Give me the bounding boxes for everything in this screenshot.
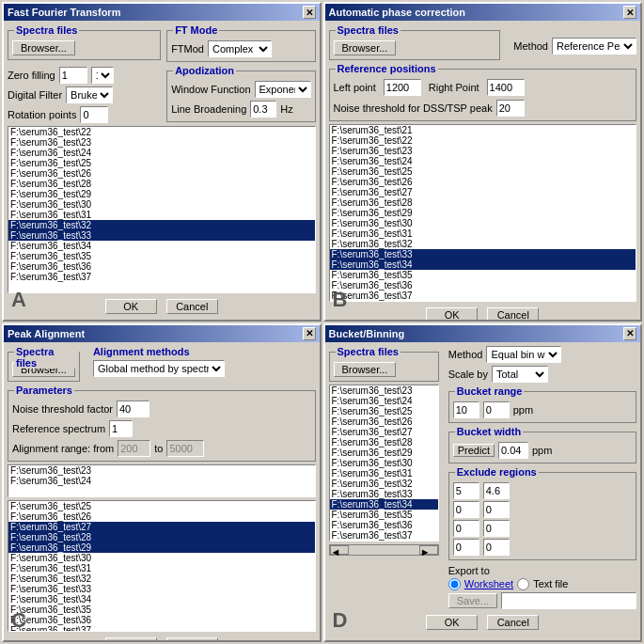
list-item[interactable]: F:\serum36_test\24 — [330, 396, 438, 406]
list-item[interactable]: F:\serum36_test\36 — [330, 520, 438, 530]
ftmod-select[interactable]: Complex FT — [208, 40, 272, 57]
zero-filling-select[interactable]: 1 — [91, 67, 114, 84]
list-item[interactable]: F:\serum36_test\22 — [330, 135, 636, 146]
ok-button-b[interactable]: OK — [426, 307, 478, 322]
list-item[interactable]: F:\serum36_test\37 — [330, 530, 438, 541]
list-item[interactable]: F:\serum36_test\25 — [330, 166, 636, 177]
browser-button-d[interactable]: Browser... — [334, 362, 397, 377]
list-item[interactable]: F:\serum36_test\30 — [8, 199, 315, 210]
noise-input-b[interactable] — [496, 100, 525, 117]
list-item[interactable]: F:\serum36_test\23 — [8, 137, 315, 148]
save-path-input[interactable] — [501, 592, 636, 609]
scrollbar-left[interactable]: ◄ — [330, 545, 349, 555]
list-item[interactable]: F:\serum36_test\23 — [330, 385, 438, 396]
list-item[interactable]: F:\serum36_test\30 — [330, 218, 636, 228]
list-item[interactable]: F:\serum36_test\35 — [330, 510, 438, 520]
alignment-to-input[interactable] — [166, 440, 204, 457]
list-item[interactable]: F:\serum36_test\28 — [8, 532, 315, 542]
list-item[interactable]: F:\serum36_test\29 — [330, 448, 438, 458]
list-item[interactable]: F:\serum36_test\32 — [330, 239, 636, 249]
list-item[interactable]: F:\serum36_test\21 — [330, 125, 636, 135]
list-item[interactable]: F:\serum36_test\25 — [8, 158, 315, 168]
worksheet-radio[interactable] — [448, 578, 461, 590]
line-broadening-input[interactable] — [250, 101, 276, 118]
list-item[interactable]: F:\serum36_test\32 — [330, 479, 438, 489]
list-item[interactable]: F:\serum36_test\23 — [8, 465, 315, 476]
list-item[interactable]: F:\serum36_test\37 — [8, 625, 315, 632]
list-item[interactable]: F:\serum36_test\28 — [8, 179, 315, 189]
zero-filling-input[interactable] — [59, 67, 87, 84]
list-item[interactable]: F:\serum36_test\27 — [330, 187, 636, 197]
list-item[interactable]: F:\serum36_test\33 — [330, 489, 438, 499]
list-item[interactable]: F:\serum36_test\26 — [330, 416, 438, 427]
list-item[interactable]: F:\serum36_test\31 — [8, 210, 315, 220]
ok-button-c[interactable]: OK — [105, 637, 157, 643]
list-item[interactable]: F:\serum36_test\24 — [8, 476, 315, 486]
exclude-r3-input1[interactable] — [453, 520, 479, 537]
exclude-r1-input1[interactable] — [453, 482, 479, 499]
file-list-b[interactable]: F:\serum36_test\21 F:\serum36_test\22 F:… — [329, 124, 637, 302]
list-item[interactable]: F:\serum36_test\22 — [8, 127, 315, 137]
method-select-d[interactable]: Equal bin wi — [486, 346, 561, 363]
left-point-input[interactable] — [384, 79, 421, 96]
scale-by-select[interactable]: Total — [492, 366, 548, 383]
close-button-fft[interactable]: ✕ — [303, 6, 316, 19]
list-item[interactable]: F:\serum36_test\23 — [330, 146, 636, 156]
list-item[interactable]: F:\serum36_test\33 — [330, 249, 636, 259]
cancel-button-c[interactable]: Cancel — [166, 637, 218, 643]
list-item[interactable]: F:\serum36_test\34 — [8, 594, 315, 605]
scrollbar-right[interactable]: ► — [419, 545, 438, 555]
predict-button[interactable]: Predict — [453, 444, 495, 457]
predict-input[interactable] — [498, 442, 528, 459]
list-item[interactable]: F:\serum36_test\25 — [8, 501, 315, 511]
list-item[interactable]: F:\serum36_test\31 — [8, 563, 315, 573]
close-button-bucket[interactable]: ✕ — [623, 327, 636, 340]
list-item[interactable]: F:\serum36_test\35 — [8, 605, 315, 615]
list-item[interactable]: F:\serum36_test\32 — [8, 220, 315, 230]
file-list-a[interactable]: F:\serum36_test\22 F:\serum36_test\23 F:… — [8, 126, 316, 293]
list-item[interactable]: F:\serum36_test\24 — [8, 148, 315, 158]
ok-button-a[interactable]: OK — [105, 299, 157, 314]
file-list-d[interactable]: F:\serum36_test\23 F:\serum36_test\24 F:… — [329, 385, 439, 542]
list-item[interactable]: F:\serum36_test\33 — [8, 584, 315, 594]
exclude-r4-input1[interactable] — [453, 539, 479, 556]
list-item[interactable]: F:\serum36_test\32 — [8, 573, 315, 584]
list-item[interactable]: F:\serum36_test\31 — [330, 468, 438, 479]
list-item[interactable]: F:\serum36_test\26 — [8, 168, 315, 179]
exclude-r3-input2[interactable] — [483, 520, 510, 537]
list-item[interactable]: F:\serum36_test\29 — [8, 542, 315, 553]
list-item[interactable]: F:\serum36_test\31 — [330, 228, 636, 239]
worksheet-label[interactable]: Worksheet — [464, 578, 513, 589]
rotation-points-input[interactable] — [80, 106, 108, 123]
list-item[interactable]: F:\serum36_test\30 — [330, 458, 438, 468]
reference-spectrum-input[interactable] — [109, 420, 133, 437]
alignment-method-select[interactable]: Global method by spectral R — [93, 360, 225, 377]
list-item[interactable]: F:\serum36_test\37 — [330, 291, 636, 301]
browser-button-b[interactable]: Browser... — [334, 40, 397, 55]
ok-button-d[interactable]: OK — [426, 615, 478, 630]
list-item[interactable]: F:\serum36_test\37 — [8, 272, 315, 282]
list-item[interactable]: F:\serum36_test\35 — [330, 270, 636, 280]
exclude-r2-input1[interactable] — [453, 501, 479, 518]
browser-button-a[interactable]: Browser... — [12, 40, 75, 55]
exclude-r1-input2[interactable] — [483, 482, 510, 499]
digital-filter-select[interactable]: Bruker — [66, 86, 113, 103]
method-select-b[interactable]: Reference Peak — [552, 38, 636, 55]
list-item[interactable]: F:\serum36_test\34 — [330, 499, 438, 510]
noise-threshold-input[interactable] — [117, 401, 149, 417]
list-item[interactable]: F:\serum36_test\28 — [330, 437, 438, 448]
alignment-from-input[interactable] — [118, 440, 150, 457]
cancel-button-d[interactable]: Cancel — [487, 615, 539, 630]
list-item[interactable]: F:\serum36_test\30 — [8, 553, 315, 563]
list-item[interactable]: F:\serum36_test\35 — [8, 251, 315, 261]
list-item[interactable]: F:\serum36_test\26 — [330, 177, 636, 187]
exclude-r4-input2[interactable] — [483, 539, 510, 556]
list-item[interactable]: F:\serum36_test\36 — [8, 615, 315, 625]
list-item[interactable]: F:\serum36_test\27 — [8, 522, 315, 532]
bucket-range-input1[interactable] — [453, 401, 479, 418]
cancel-button-b[interactable]: Cancel — [487, 307, 539, 322]
h-scrollbar[interactable]: ◄ ► — [329, 544, 439, 556]
file-list-c-top[interactable]: F:\serum36_test\23 F:\serum36_test\24 — [8, 464, 316, 497]
list-item[interactable]: F:\serum36_test\24 — [330, 156, 636, 166]
bucket-range-input2[interactable] — [483, 401, 510, 418]
